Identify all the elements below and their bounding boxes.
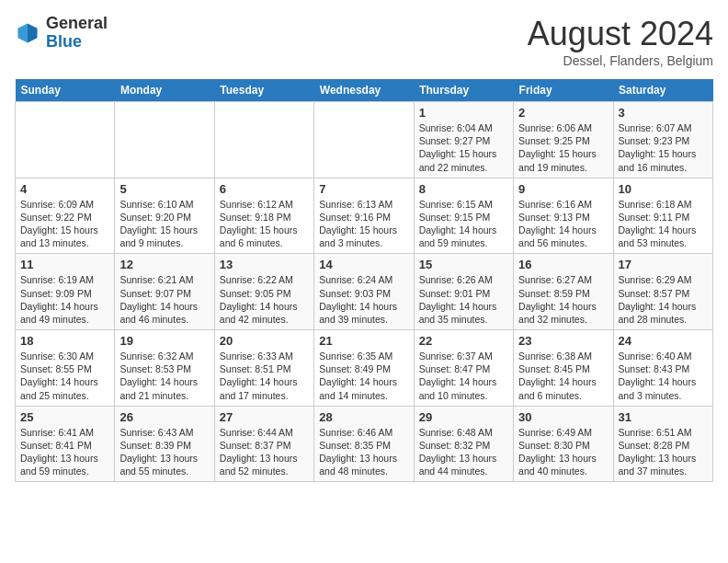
day-info: Sunrise: 6:12 AM Sunset: 9:18 PM Dayligh… <box>220 198 309 250</box>
day-cell: 31Sunrise: 6:51 AM Sunset: 8:28 PM Dayli… <box>613 406 712 482</box>
day-info: Sunrise: 6:19 AM Sunset: 9:09 PM Dayligh… <box>20 273 109 326</box>
week-row-5: 25Sunrise: 6:41 AM Sunset: 8:41 PM Dayli… <box>16 406 713 482</box>
day-cell: 23Sunrise: 6:38 AM Sunset: 8:45 PM Dayli… <box>514 330 613 407</box>
day-cell: 20Sunrise: 6:33 AM Sunset: 8:51 PM Dayli… <box>214 330 313 407</box>
logo-blue-text: Blue <box>46 32 82 51</box>
calendar-table: SundayMondayTuesdayWednesdayThursdayFrid… <box>15 79 713 482</box>
day-number: 23 <box>518 334 608 348</box>
calendar-header: SundayMondayTuesdayWednesdayThursdayFrid… <box>16 79 713 102</box>
day-number: 9 <box>518 182 608 196</box>
day-cell: 2Sunrise: 6:06 AM Sunset: 9:25 PM Daylig… <box>514 102 613 178</box>
logo-icon <box>15 20 40 46</box>
day-info: Sunrise: 6:35 AM Sunset: 8:49 PM Dayligh… <box>319 350 408 402</box>
day-info: Sunrise: 6:29 AM Sunset: 8:57 PM Dayligh… <box>619 273 708 326</box>
day-cell: 11Sunrise: 6:19 AM Sunset: 9:09 PM Dayli… <box>16 254 115 330</box>
day-info: Sunrise: 6:41 AM Sunset: 8:41 PM Dayligh… <box>20 426 109 478</box>
day-number: 10 <box>619 182 708 196</box>
day-cell <box>115 102 214 178</box>
day-number: 3 <box>619 106 708 120</box>
location-subtitle: Dessel, Flanders, Belgium <box>528 53 713 68</box>
header-cell-monday: Monday <box>115 79 214 102</box>
day-info: Sunrise: 6:33 AM Sunset: 8:51 PM Dayligh… <box>220 350 309 402</box>
day-number: 30 <box>518 410 608 424</box>
header-cell-wednesday: Wednesday <box>314 79 414 102</box>
day-cell: 4Sunrise: 6:09 AM Sunset: 9:22 PM Daylig… <box>16 178 115 254</box>
day-info: Sunrise: 6:27 AM Sunset: 8:59 PM Dayligh… <box>518 273 608 326</box>
day-number: 29 <box>419 410 508 424</box>
day-cell: 17Sunrise: 6:29 AM Sunset: 8:57 PM Dayli… <box>613 254 712 330</box>
day-cell: 28Sunrise: 6:46 AM Sunset: 8:35 PM Dayli… <box>314 406 414 482</box>
day-info: Sunrise: 6:26 AM Sunset: 9:01 PM Dayligh… <box>419 273 508 326</box>
day-number: 13 <box>220 258 309 271</box>
day-number: 26 <box>119 410 209 424</box>
day-number: 11 <box>20 258 109 271</box>
day-cell: 8Sunrise: 6:15 AM Sunset: 9:15 PM Daylig… <box>414 178 513 254</box>
day-info: Sunrise: 6:06 AM Sunset: 9:25 PM Dayligh… <box>518 121 608 174</box>
day-cell: 16Sunrise: 6:27 AM Sunset: 8:59 PM Dayli… <box>514 254 613 330</box>
day-cell: 27Sunrise: 6:44 AM Sunset: 8:37 PM Dayli… <box>214 406 313 482</box>
day-number: 14 <box>319 258 408 271</box>
day-info: Sunrise: 6:07 AM Sunset: 9:23 PM Dayligh… <box>619 121 708 174</box>
day-cell: 24Sunrise: 6:40 AM Sunset: 8:43 PM Dayli… <box>613 330 712 407</box>
day-number: 7 <box>319 182 408 196</box>
day-number: 25 <box>20 410 109 424</box>
header-cell-thursday: Thursday <box>414 79 513 102</box>
day-cell: 12Sunrise: 6:21 AM Sunset: 9:07 PM Dayli… <box>115 254 214 330</box>
day-number: 6 <box>220 182 309 196</box>
day-cell: 13Sunrise: 6:22 AM Sunset: 9:05 PM Dayli… <box>214 254 313 330</box>
header-cell-friday: Friday <box>514 79 613 102</box>
svg-marker-2 <box>18 23 28 42</box>
day-info: Sunrise: 6:46 AM Sunset: 8:35 PM Dayligh… <box>319 426 408 478</box>
day-cell <box>214 102 313 178</box>
day-cell: 25Sunrise: 6:41 AM Sunset: 8:41 PM Dayli… <box>16 406 115 482</box>
week-row-4: 18Sunrise: 6:30 AM Sunset: 8:55 PM Dayli… <box>16 330 713 407</box>
day-number: 28 <box>319 410 408 424</box>
day-cell: 3Sunrise: 6:07 AM Sunset: 9:23 PM Daylig… <box>613 102 712 178</box>
day-cell: 6Sunrise: 6:12 AM Sunset: 9:18 PM Daylig… <box>214 178 313 254</box>
day-cell: 30Sunrise: 6:49 AM Sunset: 8:30 PM Dayli… <box>514 406 613 482</box>
day-cell: 1Sunrise: 6:04 AM Sunset: 9:27 PM Daylig… <box>414 102 513 178</box>
logo: General Blue <box>15 15 108 52</box>
day-cell <box>314 102 414 178</box>
day-info: Sunrise: 6:38 AM Sunset: 8:45 PM Dayligh… <box>518 350 608 402</box>
day-number: 15 <box>419 258 508 271</box>
header-row: SundayMondayTuesdayWednesdayThursdayFrid… <box>16 79 713 102</box>
day-cell <box>16 102 115 178</box>
day-number: 12 <box>119 258 209 271</box>
day-info: Sunrise: 6:18 AM Sunset: 9:11 PM Dayligh… <box>619 198 708 250</box>
day-info: Sunrise: 6:10 AM Sunset: 9:20 PM Dayligh… <box>119 198 209 250</box>
day-number: 4 <box>20 182 109 196</box>
month-title: August 2024 <box>528 15 713 53</box>
day-cell: 18Sunrise: 6:30 AM Sunset: 8:55 PM Dayli… <box>16 330 115 407</box>
day-cell: 10Sunrise: 6:18 AM Sunset: 9:11 PM Dayli… <box>613 178 712 254</box>
logo-general-text: General <box>46 14 108 32</box>
day-info: Sunrise: 6:40 AM Sunset: 8:43 PM Dayligh… <box>619 350 708 402</box>
day-cell: 26Sunrise: 6:43 AM Sunset: 8:39 PM Dayli… <box>115 406 214 482</box>
day-number: 5 <box>119 182 209 196</box>
day-info: Sunrise: 6:09 AM Sunset: 9:22 PM Dayligh… <box>20 198 109 250</box>
day-number: 18 <box>20 334 109 348</box>
day-number: 19 <box>119 334 209 348</box>
day-cell: 15Sunrise: 6:26 AM Sunset: 9:01 PM Dayli… <box>414 254 513 330</box>
day-number: 16 <box>518 258 608 271</box>
day-info: Sunrise: 6:48 AM Sunset: 8:32 PM Dayligh… <box>419 426 508 478</box>
day-number: 27 <box>220 410 309 424</box>
day-info: Sunrise: 6:32 AM Sunset: 8:53 PM Dayligh… <box>119 350 209 402</box>
day-info: Sunrise: 6:37 AM Sunset: 8:47 PM Dayligh… <box>419 350 508 402</box>
day-cell: 22Sunrise: 6:37 AM Sunset: 8:47 PM Dayli… <box>414 330 513 407</box>
day-info: Sunrise: 6:24 AM Sunset: 9:03 PM Dayligh… <box>319 273 408 326</box>
day-cell: 5Sunrise: 6:10 AM Sunset: 9:20 PM Daylig… <box>115 178 214 254</box>
page-header: General Blue August 2024 Dessel, Flander… <box>15 15 713 68</box>
day-info: Sunrise: 6:51 AM Sunset: 8:28 PM Dayligh… <box>619 426 708 478</box>
day-number: 8 <box>419 182 508 196</box>
day-cell: 14Sunrise: 6:24 AM Sunset: 9:03 PM Dayli… <box>314 254 414 330</box>
day-number: 22 <box>419 334 508 348</box>
day-number: 21 <box>319 334 408 348</box>
day-info: Sunrise: 6:04 AM Sunset: 9:27 PM Dayligh… <box>419 121 508 174</box>
day-number: 24 <box>619 334 708 348</box>
svg-marker-1 <box>28 23 38 42</box>
day-info: Sunrise: 6:30 AM Sunset: 8:55 PM Dayligh… <box>20 350 109 402</box>
day-cell: 7Sunrise: 6:13 AM Sunset: 9:16 PM Daylig… <box>314 178 414 254</box>
week-row-1: 1Sunrise: 6:04 AM Sunset: 9:27 PM Daylig… <box>16 102 713 178</box>
day-info: Sunrise: 6:49 AM Sunset: 8:30 PM Dayligh… <box>518 426 608 478</box>
